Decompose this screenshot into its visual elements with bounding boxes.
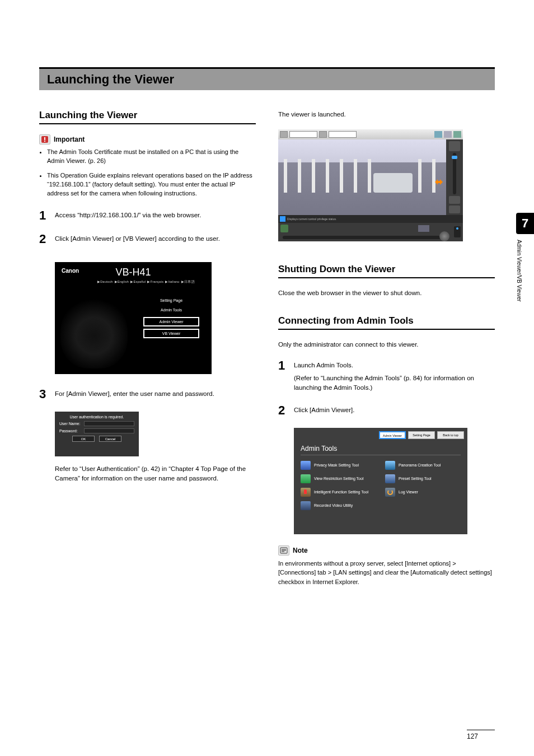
viewer-status-bar: Displays current control privilege statu… xyxy=(278,215,463,223)
viewer-status-text: Displays current control privilege statu… xyxy=(287,217,461,221)
step-number: 1 xyxy=(39,209,49,222)
figure-menu: Setting Page Admin Tools Admin Viewer VB… xyxy=(143,296,199,338)
figure-menu-item-highlighted: VB Viewer xyxy=(143,329,199,338)
step-number: 2 xyxy=(278,404,288,417)
tool-icon xyxy=(301,501,311,510)
step-subtext: (Refer to “Launching the Admin Tools” (p… xyxy=(294,374,495,393)
step-text: Launch Admin Tools. xyxy=(294,361,495,370)
step-2: 2 Click [Admin Viewer] or [VB Viewer] ac… xyxy=(39,233,256,245)
admin-top-button: Back to top xyxy=(437,431,464,439)
tool-icon xyxy=(385,488,395,497)
auth-cancel-button: Cancel xyxy=(99,436,121,442)
tool-icon xyxy=(301,474,311,483)
title-bar: Launching the Viewer xyxy=(39,67,495,90)
figure-auth-dialog: User authentication is required. User Na… xyxy=(55,412,139,456)
figure-menu-item-highlighted: Admin Viewer xyxy=(143,317,199,326)
auth-title: User authentication is required. xyxy=(55,412,139,419)
section-heading-shutdown: Shutting Down the Viewer xyxy=(278,264,495,278)
tool-label: Recorded Video Utility xyxy=(314,503,353,507)
note-text: In environments without a proxy server, … xyxy=(278,559,495,587)
viewer-scene xyxy=(278,139,446,215)
important-label: Important xyxy=(54,136,85,143)
section-heading-connect: Connecting from Admin Tools xyxy=(278,315,495,330)
admin-top-button-highlighted: Admin Viewer xyxy=(379,431,406,439)
tool-label: Log Viewer xyxy=(399,490,418,494)
tool-icon xyxy=(385,474,395,483)
important-bullets: The Admin Tools Certificate must be inst… xyxy=(39,148,256,198)
tool-icon xyxy=(301,488,311,497)
left-column: Launching the Viewer Important The Admin… xyxy=(39,110,256,596)
auth-user-field xyxy=(84,421,134,426)
step-3: 3 For [Admin Viewer], enter the user nam… xyxy=(39,388,256,400)
page-number: 127 xyxy=(467,730,495,740)
connect-step-2: 2 Click [Admin Viewer]. xyxy=(278,404,495,417)
tool-label: Preset Setting Tool xyxy=(399,477,432,480)
tool-label: View Restriction Setting Tool xyxy=(314,477,363,480)
figure-lens-graphic xyxy=(60,296,128,368)
viewer-vehicle xyxy=(373,173,413,193)
tool-icon xyxy=(301,461,311,470)
svg-rect-1 xyxy=(44,137,45,140)
right-column: The viewer is launched. xyxy=(278,110,495,596)
launched-text: The viewer is launched. xyxy=(278,110,495,119)
auth-pass-label: Password: xyxy=(59,429,82,433)
step-number: 1 xyxy=(278,360,288,393)
figure-languages: ▶Deutsch ▶English ▶Español ▶Français ▶It… xyxy=(97,280,195,284)
step-number: 3 xyxy=(39,388,49,400)
viewer-controls xyxy=(446,139,463,215)
figure-admin-tools: Admin Viewer Setting Page Back to top Ad… xyxy=(294,428,467,534)
note-icon xyxy=(278,545,289,556)
admin-tools-title: Admin Tools xyxy=(301,445,461,455)
important-icon xyxy=(39,134,50,144)
step-text: Click [Admin Viewer]. xyxy=(294,404,354,417)
section-heading-launching: Launching the Viewer xyxy=(39,110,256,124)
auth-ok-button: OK xyxy=(72,436,95,442)
tool-label: Intelligent Function Setting Tool xyxy=(314,490,368,494)
figure-vb-top-page: Canon VB-H41 ▶Deutsch ▶English ▶Español … xyxy=(55,262,212,374)
viewer-bottom-bar xyxy=(278,223,463,241)
important-bullet: The Admin Tools Certificate must be inst… xyxy=(47,148,256,166)
step-text: Click [Admin Viewer] or [VB Viewer] acco… xyxy=(55,233,220,245)
page-title: Launching the Viewer xyxy=(47,72,487,87)
admin-top-button: Setting Page xyxy=(408,431,435,439)
figure-viewer: Displays current control privilege statu… xyxy=(278,129,463,241)
auth-user-label: User Name: xyxy=(59,422,82,426)
step-text: For [Admin Viewer], enter the user name … xyxy=(55,388,214,400)
svg-rect-2 xyxy=(44,141,45,142)
tool-label: Privacy Mask Setting Tool xyxy=(314,463,359,467)
auth-pass-field xyxy=(84,428,134,433)
tool-label: Panorama Creation Tool xyxy=(399,463,441,467)
connect-intro: Only the administrator can connect to th… xyxy=(278,340,495,349)
viewer-toolbar xyxy=(278,129,463,139)
tool-icon xyxy=(385,461,395,470)
step-text: Access “http://192.168.100.1/” via the w… xyxy=(55,209,201,222)
connect-step-1: 1 Launch Admin Tools. (Refer to “Launchi… xyxy=(278,360,495,393)
figure-menu-item: Admin Tools xyxy=(143,305,199,315)
shutdown-text: Close the web browser in the viewer to s… xyxy=(278,288,495,298)
important-bullet: This Operation Guide explains relevant o… xyxy=(47,171,256,198)
figure-model: VB-H41 xyxy=(55,267,212,278)
important-callout-header: Important xyxy=(39,134,256,144)
auth-footer-text: Refer to “User Authentication” (p. 42) i… xyxy=(55,464,256,484)
step-1: 1 Access “http://192.168.100.1/” via the… xyxy=(39,209,256,222)
step-number: 2 xyxy=(39,233,49,245)
note-callout-header: Note xyxy=(278,545,495,556)
note-label: Note xyxy=(293,547,308,554)
figure-menu-item: Setting Page xyxy=(143,296,199,305)
